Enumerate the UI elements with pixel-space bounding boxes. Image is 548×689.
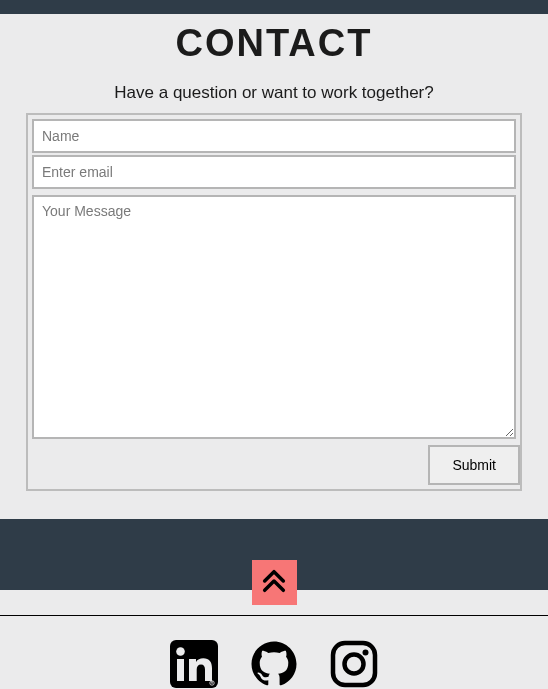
contact-section: CONTACT Have a question or want to work …	[0, 14, 548, 509]
svg-rect-1	[177, 659, 184, 681]
instagram-link[interactable]	[330, 640, 378, 689]
svg-rect-5	[333, 643, 375, 685]
linkedin-icon: R	[170, 640, 218, 689]
page-subtitle: Have a question or want to work together…	[26, 83, 522, 103]
social-links: R	[0, 640, 548, 689]
svg-point-2	[176, 647, 185, 656]
contact-form: Submit	[26, 113, 522, 491]
instagram-icon	[330, 640, 378, 689]
email-input[interactable]	[32, 155, 516, 189]
name-input[interactable]	[32, 119, 516, 153]
github-link[interactable]	[250, 640, 298, 689]
linkedin-link[interactable]: R	[170, 640, 218, 689]
divider	[0, 615, 548, 616]
page-title: CONTACT	[26, 22, 522, 65]
scroll-to-top-button[interactable]	[252, 560, 297, 605]
top-bar	[0, 0, 548, 14]
message-textarea[interactable]	[32, 195, 516, 439]
svg-point-7	[363, 650, 369, 656]
svg-point-6	[345, 655, 364, 674]
submit-row: Submit	[30, 441, 518, 487]
github-icon	[250, 640, 298, 689]
submit-button[interactable]: Submit	[428, 445, 520, 485]
angle-double-up-icon	[260, 567, 288, 599]
